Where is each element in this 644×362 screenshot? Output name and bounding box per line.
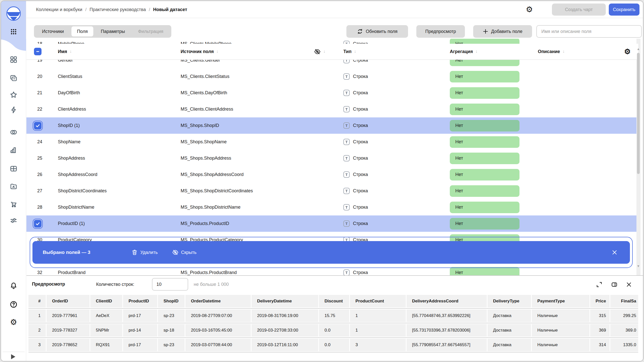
aggregation-select[interactable]: Нет [450,120,519,131]
service-settings-sliders-icon[interactable] [10,216,18,224]
breadcrumb-item[interactable]: Коллекции и воркбуки [36,7,82,12]
tab-Источники[interactable]: Источники [35,25,70,38]
field-type[interactable]: TСтрока [335,269,449,275]
field-row[interactable]: 20ClientStatusMS_Clients.ClientStatusTСт… [26,68,638,85]
header-name[interactable]: Имя↓ [58,49,181,54]
row-select-cell[interactable] [26,122,58,129]
datasets-icon[interactable] [10,128,18,136]
row-select-cell[interactable]: 20 [26,74,58,79]
notifications-bell-icon[interactable] [10,282,18,290]
field-type[interactable]: TСтрока [335,106,449,112]
help-icon[interactable] [10,300,18,308]
aggregation-select[interactable]: Нет [450,71,519,82]
field-type[interactable]: TСтрока [335,188,449,194]
breadcrumb-item[interactable]: Практические руководства [90,7,146,12]
field-row[interactable]: 21DayOfBirthMS_Clients.DayOfBirthTСтрока… [26,85,638,101]
field-name[interactable]: ClientStatus [58,74,181,79]
field-type[interactable]: TСтрока [335,155,449,161]
field-name[interactable]: ShopAddressCoord [58,172,181,177]
row-select-cell[interactable]: 21 [26,90,58,96]
field-row[interactable]: 24ShopNameMS_Shops.ShopNameTСтрокаНет [26,134,638,150]
row-checkbox-checked[interactable] [34,122,42,129]
columns-gear-icon[interactable]: ⚙ [624,48,631,55]
field-name[interactable]: ShopDistrictName [58,205,181,210]
field-type[interactable]: TСтрока [335,139,449,145]
field-type[interactable]: TСтрока [335,73,449,80]
row-select-cell[interactable]: 26 [26,172,58,177]
field-type[interactable]: TСтрока [335,220,449,227]
refresh-fields-button[interactable]: Обновить поля [346,25,408,38]
add-field-button[interactable]: Добавить поле [473,25,532,38]
field-search-input[interactable] [536,25,642,38]
preview-split-view-icon[interactable] [611,281,618,288]
tab-Фильтрация[interactable]: Фильтрация [132,25,170,38]
header-checkbox-cell[interactable] [26,48,58,55]
aggregation-select[interactable]: Нет [450,153,519,164]
header-type[interactable]: Тип↓ [335,49,449,54]
row-select-cell[interactable]: 22 [26,107,58,112]
marketplace-cart-icon[interactable] [10,200,18,208]
row-count-input[interactable] [152,278,188,291]
header-source[interactable]: Источник поля↓ [181,49,313,54]
services-icon[interactable] [10,56,18,64]
workbooks-icon[interactable] [10,74,18,82]
header-description[interactable]: Описание↓ [537,49,617,54]
hide-selected-button[interactable]: Скрыть [172,249,196,256]
fields-scrollbar-thumb[interactable] [637,53,640,174]
dataset-settings-gear-icon[interactable]: ⚙ [526,6,533,14]
field-name[interactable]: ShopAddress [58,156,181,161]
row-select-cell[interactable]: 27 [26,188,58,194]
field-type[interactable]: TСтрока [335,171,449,178]
aggregation-select[interactable]: Нет [450,136,519,148]
storage-folder-icon[interactable] [10,182,18,190]
header-aggregation[interactable]: Агрегация↓ [449,49,537,54]
header-hidden[interactable]: ↓ [313,48,335,55]
sidebar-expand-icon[interactable] [11,354,15,359]
settings-gear-icon[interactable]: ⚙ [10,318,18,326]
field-row[interactable]: 28ShopDistrictNameMS_Shops.ShopDistrictN… [26,199,638,215]
row-select-cell[interactable] [26,220,58,228]
scroll-down-icon[interactable]: ▼ [637,264,640,268]
aggregation-select[interactable]: Нет [450,169,519,180]
apps-grid-icon[interactable] [10,28,18,36]
save-button[interactable]: Сохранить [609,4,639,16]
functions-lightning-icon[interactable] [10,106,18,114]
favorites-star-icon[interactable] [10,91,18,99]
field-row[interactable]: 22ClientAddressMS_Clients.ClientAddressT… [26,101,638,117]
field-name[interactable]: ProductBrand [58,270,181,275]
datalens-logo-icon[interactable] [6,6,21,21]
scroll-up-icon[interactable]: ▲ [637,47,640,51]
field-name[interactable]: ClientAddress [58,107,181,112]
aggregation-select[interactable]: Нет [450,267,519,276]
aggregation-select[interactable]: Нет [450,104,519,115]
aggregation-select[interactable]: Нет [450,218,519,230]
field-row[interactable]: ProductID (1)MS_Products.ProductIDTСтрок… [26,215,638,232]
aggregation-select[interactable]: Нет [450,87,519,99]
field-type[interactable]: TСтрока [335,204,449,210]
row-select-cell[interactable]: 24 [26,139,58,145]
field-row[interactable]: ShopID (1)MS_Shops.ShopIDTСтрокаНет [26,117,638,134]
breadcrumb-item[interactable]: Новый датасет [153,7,187,12]
row-select-cell[interactable]: 32 [26,270,58,275]
field-row[interactable]: 26ShopAddressCoordMS_Shops.ShopAddressCo… [26,166,638,183]
preview-expand-icon[interactable] [596,281,603,288]
field-name[interactable]: ShopName [58,139,181,145]
field-name[interactable]: ShopID (1) [58,123,181,128]
field-type[interactable]: TСтрока [335,90,449,96]
field-name[interactable]: DayOfBirth [58,90,181,96]
field-row[interactable]: 27ShopDistrictCoordinatesMS_Shops.ShopDi… [26,183,638,199]
tab-Параметры[interactable]: Параметры [94,25,132,38]
row-select-cell[interactable]: 25 [26,156,58,161]
preview-toggle-button[interactable]: Предпросмотр [416,25,465,38]
aggregation-select[interactable]: Нет [450,202,519,213]
charts-icon[interactable] [10,146,18,154]
dashboards-icon[interactable] [10,165,18,173]
preview-close-icon[interactable] [625,281,632,288]
field-name[interactable]: ProductID (1) [58,221,181,226]
delete-selected-button[interactable]: Удалить [131,249,158,256]
tab-Поля[interactable]: Поля [71,26,93,36]
field-name[interactable]: ShopDistrictCoordinates [58,188,181,194]
create-chart-button[interactable]: Создать чарт [552,4,606,16]
field-row[interactable]: 25ShopAddressMS_Shops.ShopAddressTСтрока… [26,150,638,166]
row-checkbox-checked[interactable] [34,220,42,228]
